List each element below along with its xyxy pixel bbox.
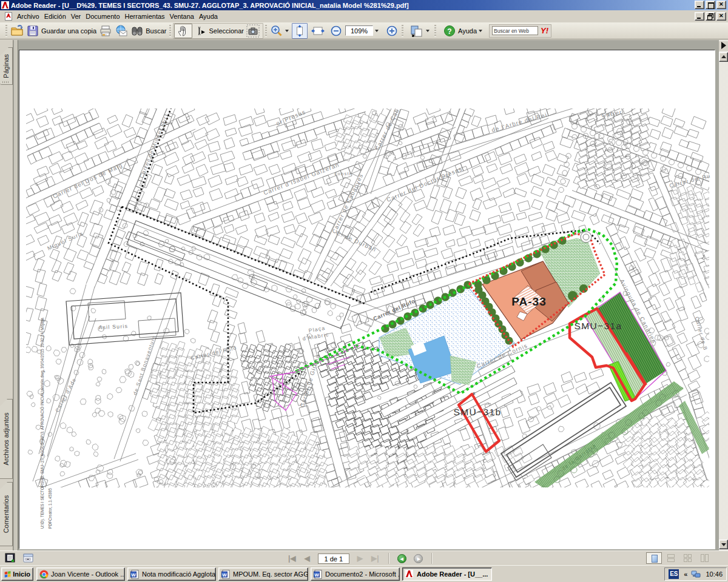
svg-text:PA-33: PA-33 xyxy=(511,295,546,308)
svg-text:?: ? xyxy=(447,27,451,35)
svg-text:constr.: constr. xyxy=(335,171,354,176)
svg-text:SMU−31a: SMU−31a xyxy=(574,321,622,331)
svg-text:W: W xyxy=(314,572,319,577)
svg-text:U:\D). TEMES I SECTORS\43. SMU: U:\D). TEMES I SECTORS\43. SMU−27. AGGLO… xyxy=(39,318,45,529)
svg-text:E: E xyxy=(473,392,476,395)
svg-text:W: W xyxy=(131,572,136,577)
svg-text:SMU−31b: SMU−31b xyxy=(453,407,501,417)
svg-text:W: W xyxy=(222,572,227,577)
svg-text:PDFCreator, 1.1.45385: PDFCreator, 1.1.45385 xyxy=(48,488,52,529)
